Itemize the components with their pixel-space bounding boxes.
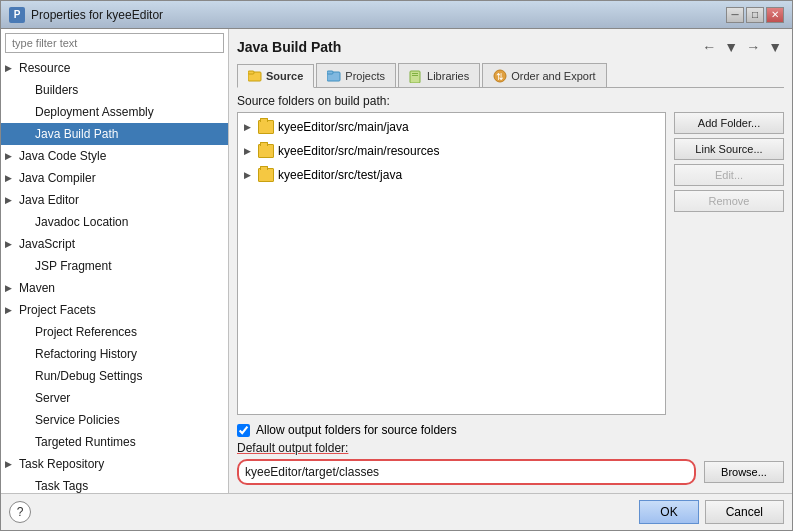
source-list: ▶kyeeEditor/src/main/java▶kyeeEditor/src… <box>237 112 666 415</box>
title-bar-left: P Properties for kyeeEditor <box>9 7 163 23</box>
folder-icon <box>258 120 274 134</box>
sidebar-item-java-build-path[interactable]: Java Build Path <box>1 123 228 145</box>
nav-dropdown2-button[interactable]: ▼ <box>766 37 784 57</box>
tab-projects[interactable]: Projects <box>316 63 396 87</box>
svg-rect-6 <box>412 75 418 76</box>
bottom-section: Allow output folders for source folders … <box>237 423 784 485</box>
tab-libraries[interactable]: Libraries <box>398 63 480 87</box>
ok-button[interactable]: OK <box>639 500 698 524</box>
allow-output-checkbox[interactable] <box>237 424 250 437</box>
add-folder-button[interactable]: Add Folder... <box>674 112 784 134</box>
filter-input[interactable] <box>5 33 224 53</box>
sidebar-item-service-policies[interactable]: Service Policies <box>1 409 228 431</box>
svg-rect-1 <box>248 71 254 74</box>
item-expand-icon: ▶ <box>244 165 254 185</box>
sidebar-item-label: Run/Debug Settings <box>35 367 142 385</box>
svg-rect-3 <box>327 71 333 74</box>
sidebar-item-label: Builders <box>35 81 78 99</box>
allow-output-label: Allow output folders for source folders <box>256 423 457 437</box>
source-tab-icon <box>248 69 262 83</box>
expand-arrow-icon: ▶ <box>5 235 15 253</box>
expand-arrow-icon: ▶ <box>5 455 15 473</box>
source-folder-label: kyeeEditor/src/main/java <box>278 117 409 137</box>
expand-arrow-icon: ▶ <box>5 301 15 319</box>
dialog-buttons: OK Cancel <box>639 500 784 524</box>
order-export-tab-icon: ⇅ <box>493 69 507 83</box>
sidebar-item-label: Java Compiler <box>19 169 96 187</box>
sidebar-item-server[interactable]: Server <box>1 387 228 409</box>
sidebar-item-task-repository[interactable]: ▶Task Repository <box>1 453 228 475</box>
source-list-item-src-test-java[interactable]: ▶kyeeEditor/src/test/java <box>240 163 663 187</box>
minimize-button[interactable]: ─ <box>726 7 744 23</box>
browse-button[interactable]: Browse... <box>704 461 784 483</box>
remove-button[interactable]: Remove <box>674 190 784 212</box>
sidebar-item-label: Deployment Assembly <box>35 103 154 121</box>
restore-button[interactable]: □ <box>746 7 764 23</box>
folder-icon <box>258 168 274 182</box>
edit-button[interactable]: Edit... <box>674 164 784 186</box>
sidebar-item-label: Java Code Style <box>19 147 106 165</box>
title-bar: P Properties for kyeeEditor ─ □ ✕ <box>1 1 792 29</box>
source-list-item-src-main-resources[interactable]: ▶kyeeEditor/src/main/resources <box>240 139 663 163</box>
sidebar-item-label: Refactoring History <box>35 345 137 363</box>
window-title: Properties for kyeeEditor <box>31 8 163 22</box>
sidebar-item-label: Targeted Runtimes <box>35 433 136 451</box>
sidebar-item-label: Java Editor <box>19 191 79 209</box>
sidebar: ▶ResourceBuildersDeployment AssemblyJava… <box>1 29 229 493</box>
sidebar-item-targeted-runtimes[interactable]: Targeted Runtimes <box>1 431 228 453</box>
sidebar-item-project-facets[interactable]: ▶Project Facets <box>1 299 228 321</box>
svg-text:⇅: ⇅ <box>496 72 504 82</box>
sidebar-item-label: Java Build Path <box>35 125 118 143</box>
sidebar-item-label: Project Facets <box>19 301 96 319</box>
sidebar-item-run-debug-settings[interactable]: Run/Debug Settings <box>1 365 228 387</box>
expand-arrow-icon: ▶ <box>5 59 15 77</box>
sidebar-item-javadoc-location[interactable]: Javadoc Location <box>1 211 228 233</box>
sidebar-item-java-code-style[interactable]: ▶Java Code Style <box>1 145 228 167</box>
sidebar-item-label: JavaScript <box>19 235 75 253</box>
sidebar-item-label: Resource <box>19 59 70 77</box>
nav-dropdown-button[interactable]: ▼ <box>722 37 740 57</box>
source-folders-label: Source folders on build path: <box>237 94 784 108</box>
main-window: P Properties for kyeeEditor ─ □ ✕ ▶Resou… <box>0 0 793 531</box>
sidebar-item-label: JSP Fragment <box>35 257 111 275</box>
source-list-item-src-main-java[interactable]: ▶kyeeEditor/src/main/java <box>240 115 663 139</box>
sidebar-item-java-editor[interactable]: ▶Java Editor <box>1 189 228 211</box>
sidebar-item-project-references[interactable]: Project References <box>1 321 228 343</box>
sidebar-item-jsp-fragment[interactable]: JSP Fragment <box>1 255 228 277</box>
folder-icon <box>258 144 274 158</box>
cancel-button[interactable]: Cancel <box>705 500 784 524</box>
tab-order-export[interactable]: ⇅Order and Export <box>482 63 606 87</box>
sidebar-item-refactoring-history[interactable]: Refactoring History <box>1 343 228 365</box>
tab-source[interactable]: Source <box>237 64 314 88</box>
source-folder-label: kyeeEditor/src/main/resources <box>278 141 439 161</box>
close-button[interactable]: ✕ <box>766 7 784 23</box>
sidebar-item-task-tags[interactable]: Task Tags <box>1 475 228 493</box>
panel-section: Source folders on build path: ▶kyeeEdito… <box>237 94 784 485</box>
window-icon: P <box>9 7 25 23</box>
sidebar-item-label: Task Tags <box>35 477 88 493</box>
svg-rect-5 <box>412 73 418 74</box>
sidebar-item-maven[interactable]: ▶Maven <box>1 277 228 299</box>
tab-label-libraries: Libraries <box>427 70 469 82</box>
sidebar-item-label: Javadoc Location <box>35 213 128 231</box>
sidebar-item-javascript[interactable]: ▶JavaScript <box>1 233 228 255</box>
sidebar-item-resource[interactable]: ▶Resource <box>1 57 228 79</box>
help-button[interactable]: ? <box>9 501 31 523</box>
nav-buttons: ← ▼ → ▼ <box>700 37 784 57</box>
output-row: Browse... <box>237 459 784 485</box>
sidebar-item-builders[interactable]: Builders <box>1 79 228 101</box>
expand-arrow-icon: ▶ <box>5 191 15 209</box>
sidebar-item-deployment-assembly[interactable]: Deployment Assembly <box>1 101 228 123</box>
source-folder-label: kyeeEditor/src/test/java <box>278 165 402 185</box>
sidebar-item-label: Project References <box>35 323 137 341</box>
expand-arrow-icon: ▶ <box>5 279 15 297</box>
tab-label-source: Source <box>266 70 303 82</box>
link-source-button[interactable]: Link Source... <box>674 138 784 160</box>
output-input[interactable] <box>237 459 696 485</box>
item-expand-icon: ▶ <box>244 141 254 161</box>
sidebar-item-java-compiler[interactable]: ▶Java Compiler <box>1 167 228 189</box>
nav-back-button[interactable]: ← <box>700 37 718 57</box>
tab-label-projects: Projects <box>345 70 385 82</box>
nav-forward-button[interactable]: → <box>744 37 762 57</box>
source-list-area: ▶kyeeEditor/src/main/java▶kyeeEditor/src… <box>237 112 784 415</box>
